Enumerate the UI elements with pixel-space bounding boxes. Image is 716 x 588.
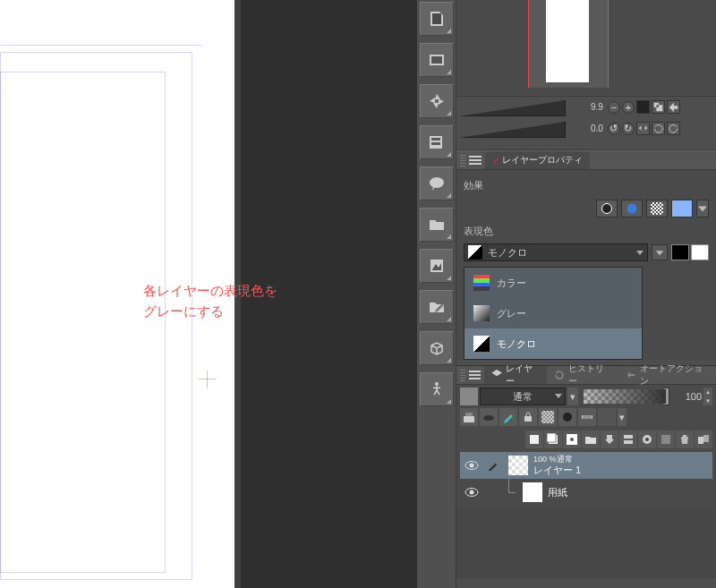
delete-layer-icon[interactable]: [676, 430, 694, 448]
rotate-extra-button[interactable]: [667, 122, 680, 135]
effect-button-row: [464, 196, 709, 221]
dock-folder-pencil-icon[interactable]: [420, 290, 454, 324]
new-raster-layer-icon[interactable]: [544, 430, 562, 448]
reference-layer-icon[interactable]: [480, 408, 498, 426]
layer-mask-icon[interactable]: [638, 430, 656, 448]
opacity-slider[interactable]: [584, 389, 666, 404]
tab-label: レイヤープロパティ: [502, 154, 583, 166]
zoom-in-button[interactable]: +: [622, 101, 635, 114]
panel-grip-icon[interactable]: [460, 369, 465, 381]
layer-panel-header[interactable]: レイヤー ヒストリー オートアクション: [456, 365, 716, 385]
chevron-down-icon: [555, 394, 562, 398]
svg-point-32: [645, 438, 649, 441]
dock-item-icon[interactable]: [420, 43, 454, 77]
layer-color-icon[interactable]: [598, 408, 616, 426]
dock-strip: [417, 0, 456, 588]
effect-layercolor-button[interactable]: [671, 200, 693, 217]
layer-name: 用紙: [548, 487, 567, 498]
dock-pose-icon[interactable]: [420, 372, 454, 406]
new-vector-layer-icon[interactable]: [563, 430, 581, 448]
mask-enable-icon[interactable]: [558, 408, 576, 426]
layer-row[interactable]: 100 %通常 レイヤー 1: [460, 452, 712, 479]
flip-h-button[interactable]: [636, 122, 650, 135]
edit-target-icon[interactable]: [483, 460, 503, 471]
rotate-value: 0.0: [591, 124, 603, 133]
layer-list: 100 %通常 レイヤー 1 用紙: [456, 450, 716, 507]
tab-label: レイヤー: [506, 362, 541, 388]
palette-color-button[interactable]: [460, 388, 478, 405]
svg-rect-26: [530, 435, 539, 444]
dock-subtool-icon[interactable]: [420, 2, 454, 36]
svg-rect-16: [464, 416, 474, 422]
layer-row[interactable]: 用紙: [460, 479, 712, 506]
svg-rect-35: [703, 435, 709, 442]
clip-mask-icon[interactable]: [460, 408, 478, 426]
layer-thumbnail[interactable]: [508, 456, 528, 475]
arrow-icon[interactable]: [667, 100, 680, 114]
transform-icon[interactable]: [652, 100, 665, 114]
dock-material-icon[interactable]: [420, 249, 454, 283]
option-label: カラー: [497, 277, 526, 290]
visibility-toggle[interactable]: [460, 487, 483, 498]
option-color[interactable]: カラー: [465, 268, 642, 298]
zoom-slider[interactable]: [460, 100, 566, 116]
option-gray[interactable]: グレー: [465, 298, 642, 328]
apply-mask-icon[interactable]: [657, 430, 675, 448]
two-window-icon[interactable]: [695, 430, 712, 448]
blend-mode-dropdown[interactable]: 通常: [480, 388, 566, 405]
opacity-stepper[interactable]: ▲▼: [703, 388, 712, 405]
zoom-out-button[interactable]: −: [608, 101, 620, 114]
dock-3d-icon[interactable]: [420, 331, 454, 365]
navigator-thumbnail[interactable]: [456, 0, 716, 97]
dock-speech-icon[interactable]: [420, 166, 454, 200]
panel-menu-icon[interactable]: [469, 371, 482, 379]
option-label: モノクロ: [497, 337, 536, 351]
crop-mark: [199, 379, 217, 379]
new-layer-generic-icon[interactable]: [525, 430, 543, 448]
dock-pinwheel-icon[interactable]: [420, 84, 454, 118]
opacity-value: 100: [671, 391, 702, 402]
dock-colorset-icon[interactable]: [420, 125, 454, 159]
tab-auto-action[interactable]: オートアクション: [618, 366, 716, 384]
tab-layer[interactable]: レイヤー: [484, 366, 547, 384]
svg-rect-21: [541, 411, 554, 423]
merge-down-icon[interactable]: [619, 430, 637, 448]
effect-dropdown-caret[interactable]: [696, 200, 709, 217]
layer-property-panel-header[interactable]: ✓ レイヤープロパティ: [456, 150, 716, 170]
lock-transparent-icon[interactable]: [539, 408, 557, 426]
reset-rotate-button[interactable]: [652, 122, 665, 135]
expression-color-combo[interactable]: モノクロ: [464, 243, 648, 261]
ruler-icon[interactable]: [578, 408, 596, 426]
chevron-down-icon: [636, 251, 644, 255]
draft-layer-icon[interactable]: [499, 408, 517, 426]
tab-history[interactable]: ヒストリー: [547, 366, 618, 384]
mono-icon: [468, 245, 482, 260]
svg-point-5: [430, 177, 444, 188]
transfer-down-icon[interactable]: [601, 430, 618, 448]
effect-watercolor-button[interactable]: [621, 200, 643, 217]
fit-screen-button[interactable]: [636, 100, 650, 114]
panel-grip-icon[interactable]: [460, 154, 465, 166]
rotate-cw-button[interactable]: ↻: [622, 123, 635, 135]
lock-icon[interactable]: [519, 408, 537, 426]
dock-folder-icon[interactable]: [420, 208, 454, 242]
tab-layer-property[interactable]: ✓ レイヤープロパティ: [485, 151, 590, 169]
option-mono[interactable]: モノクロ: [465, 328, 642, 359]
rotate-ccw-button[interactable]: ↺: [608, 123, 620, 135]
layer-tool-caret[interactable]: ▾: [618, 408, 626, 426]
effect-border-button[interactable]: [596, 200, 618, 217]
visibility-toggle[interactable]: [460, 460, 483, 471]
layer-panel-empty: [456, 507, 716, 579]
layer-blend-row: 通常 ▾ 100 ▲▼: [456, 385, 716, 408]
swatch-white[interactable]: [691, 244, 709, 260]
panel-menu-icon[interactable]: [469, 156, 482, 165]
effect-tone-button[interactable]: [646, 200, 668, 217]
layer-thumbnail[interactable]: [523, 482, 542, 502]
blend-caret[interactable]: ▾: [567, 388, 578, 405]
option-label: グレー: [497, 307, 526, 320]
preview-toggle-button[interactable]: [652, 244, 668, 260]
svg-point-8: [435, 382, 439, 386]
new-folder-icon[interactable]: [582, 430, 600, 448]
swatch-black[interactable]: [671, 244, 689, 260]
rotate-slider[interactable]: [460, 122, 566, 138]
